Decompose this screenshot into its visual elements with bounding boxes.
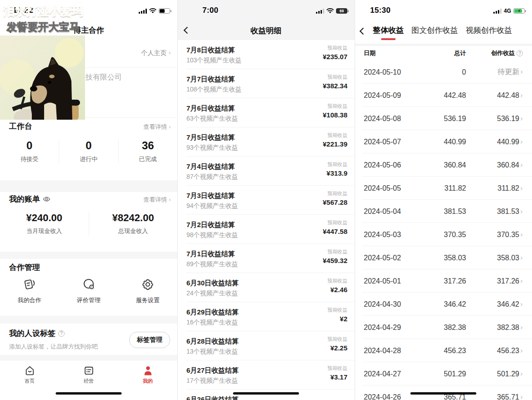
tag-manage-button[interactable]: 标签管理 <box>129 332 170 348</box>
dog-on-scooter-illustration <box>0 35 85 120</box>
service-settings-item[interactable]: 服务设置 <box>118 277 177 304</box>
earnings-row[interactable]: 2024-05-10 0 待更新› <box>355 61 532 84</box>
expected-income-value: ¥382.34 <box>323 82 347 90</box>
chevron-right-icon: › <box>168 49 171 56</box>
workbench-detail-link[interactable]: 查看详情 › <box>143 123 171 131</box>
coop-card-title: 合作管理 <box>9 262 40 273</box>
expected-income-value: ¥459.32 <box>323 257 347 264</box>
earnings-total: 311.82 <box>418 184 466 192</box>
income-list: 7月8日收益结算 103个视频产生收益 预期收益 ¥235.07 7月7日收益结… <box>177 40 355 400</box>
signal-icon <box>493 9 502 14</box>
expected-income-value: ¥221.39 <box>323 140 347 148</box>
person-icon <box>142 365 154 376</box>
gear-icon <box>140 277 156 292</box>
chevron-right-icon: › <box>520 254 523 262</box>
tab-video-earnings[interactable]: 视频创作收益 <box>466 25 512 35</box>
stat-pending[interactable]: 0待接受 <box>0 139 59 163</box>
earnings-row[interactable]: 2024-05-07 440.99 440.99› <box>355 130 532 153</box>
home-indicator[interactable] <box>56 392 122 395</box>
income-row-title: 7月4日收益结算 <box>186 162 235 171</box>
signal-icon <box>139 9 147 14</box>
earnings-date: 2024-05-03 <box>364 231 418 239</box>
earnings-date: 2024-05-02 <box>364 254 418 262</box>
earnings-row[interactable]: 2024-05-08 536.19 536.19› <box>355 107 532 130</box>
earnings-date: 2024-05-07 <box>364 138 418 146</box>
earnings-row[interactable]: 2024-05-06 360.84 360.84› <box>355 153 532 177</box>
chevron-right-icon: › <box>520 115 523 123</box>
back-button[interactable] <box>360 28 367 35</box>
expected-income-value: ¥2 <box>340 315 347 323</box>
network-type-label: 4G <box>504 8 511 14</box>
eye-icon[interactable] <box>43 196 50 202</box>
chevron-right-icon: › <box>520 91 523 100</box>
bill-detail-link[interactable]: 查看详情 › <box>143 196 171 204</box>
header-date: 日期 <box>364 49 418 57</box>
review-management-item[interactable]: 评价管理 <box>59 277 118 304</box>
earnings-row[interactable]: 2024-05-04 381.53 381.53› <box>355 200 532 223</box>
section-gap <box>0 355 177 360</box>
personal-homepage-link[interactable]: 个人主页 › <box>141 49 171 57</box>
coop-actions: 我的合作 评价管理 服务设置 <box>0 277 177 304</box>
earnings-tabs: 整体收益 图文创作收益 视频创作收益 <box>373 25 512 35</box>
wifi-icon <box>149 8 156 14</box>
income-row-subtitle: 93个视频产生收益 <box>186 144 238 152</box>
income-row-title: 6月26日收益结算 <box>186 395 239 400</box>
avatar-meme-image[interactable] <box>0 35 85 120</box>
earnings-row[interactable]: 2024-04-29 382.38 382.38› <box>355 316 532 339</box>
home-indicator[interactable] <box>411 392 477 395</box>
tab-overall-earnings[interactable]: 整体收益 <box>373 25 404 35</box>
earnings-date: 2024-04-30 <box>364 300 418 309</box>
workbench-card-title: 工作台 <box>9 121 32 132</box>
expected-income-label: 预期收益 <box>327 278 347 284</box>
earnings-row[interactable]: 2024-04-28 456.23 456.23› <box>355 339 532 362</box>
tab-graphic-earnings[interactable]: 图文创作收益 <box>412 25 458 35</box>
earnings-total: 317.26 <box>418 277 466 285</box>
persona-subtitle: 添加人设标签，让品牌方找到你吧 <box>9 343 98 351</box>
earnings-creation: 442.48› <box>466 91 523 100</box>
earnings-total: 456.23 <box>418 347 466 355</box>
earnings-creation: 360.84› <box>466 161 523 169</box>
help-icon[interactable]: ? <box>58 330 65 337</box>
help-icon[interactable]: ? <box>517 50 523 56</box>
workbench-stats: 0待接受 0进行中 36已完成 <box>0 139 177 163</box>
meme-caption-line1: 泪水打湿小爱玛 <box>1 4 85 19</box>
stat-in-progress[interactable]: 0进行中 <box>59 139 118 163</box>
earnings-creation: 440.99› <box>466 138 523 146</box>
earnings-row[interactable]: 2024-05-05 311.82 311.82› <box>355 177 532 200</box>
earnings-date: 2024-05-06 <box>364 161 418 169</box>
section-gap <box>0 180 177 192</box>
stat-month-income: ¥240.00当月现金收入 <box>0 212 89 235</box>
earnings-row[interactable]: 2024-04-30 346.42 346.42› <box>355 293 532 316</box>
income-row-subtitle: 103个视频产生收益 <box>186 56 241 65</box>
earnings-creation: 待更新› <box>466 67 523 77</box>
income-row-title: 7月2日收益结算 <box>186 221 235 229</box>
chevron-right-icon: › <box>520 393 523 400</box>
bill-stats: ¥240.00当月现金收入 ¥8242.00总现金收入 <box>0 212 177 235</box>
bill-card-title: 我的账单 <box>9 194 50 204</box>
earnings-row[interactable]: 2024-05-01 317.26 317.26› <box>355 269 532 293</box>
my-cooperation-item[interactable]: 我的合作 <box>0 277 59 304</box>
earnings-row[interactable]: 2024-05-09 442.48 442.48› <box>355 84 532 107</box>
panel-divider <box>177 0 178 400</box>
home-indicator[interactable] <box>233 392 299 395</box>
earnings-creation: 501.29› <box>466 370 523 378</box>
income-row-subtitle: 13个视频产生收益 <box>186 348 238 356</box>
nav-area: 7:00 69 收益明细 <box>177 0 355 40</box>
stat-completed[interactable]: 36已完成 <box>118 139 177 163</box>
earnings-creation: 381.53› <box>466 208 523 216</box>
earnings-row[interactable]: 2024-05-02 358.03 358.03› <box>355 246 532 269</box>
chevron-right-icon: › <box>520 277 523 285</box>
earnings-row[interactable]: 2024-05-03 370.35 370.35› <box>355 223 532 246</box>
status-icons: 4G ⚡ <box>493 8 525 14</box>
chevron-right-icon: › <box>520 324 523 332</box>
expected-income-label: 预期收益 <box>327 132 347 139</box>
expected-income-label: 预期收益 <box>327 103 347 110</box>
income-row-title: 6月28日收益结算 <box>186 337 239 346</box>
earnings-row[interactable]: 2024-04-27 501.29 501.29› <box>355 362 532 385</box>
earnings-date: 2024-05-09 <box>364 91 418 100</box>
persona-card-title: 我的人设标签 ? <box>9 328 65 339</box>
income-row-title: 7月8日收益结算 <box>186 46 235 55</box>
tab-me[interactable]: 我的 <box>118 360 177 400</box>
expected-income-value: ¥567.28 <box>323 198 347 206</box>
tab-home[interactable]: 首页 <box>0 360 59 400</box>
